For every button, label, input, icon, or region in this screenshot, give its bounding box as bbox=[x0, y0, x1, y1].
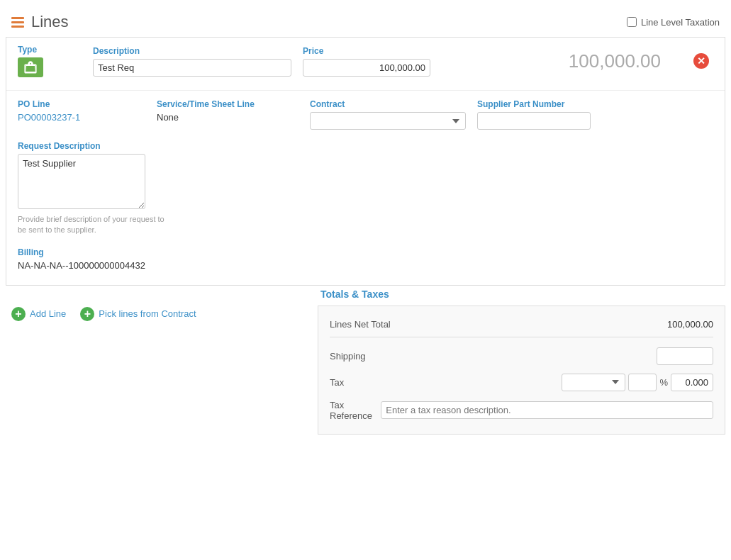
line-detail-grid: PO Line PO00003237-1 Service/Time Sheet … bbox=[18, 99, 713, 130]
price-label: Price bbox=[303, 46, 430, 56]
bottom-area: + Add Line + Pick lines from Contract To… bbox=[0, 289, 731, 435]
lines-section: Type Description bbox=[6, 37, 725, 286]
totals-box: Lines Net Total 100,000.00 Shipping Tax bbox=[318, 306, 725, 435]
type-icon bbox=[18, 57, 43, 77]
type-label: Type bbox=[18, 45, 82, 55]
totals-section: Totals & Taxes Lines Net Total 100,000.0… bbox=[318, 289, 725, 435]
add-line-label: Add Line bbox=[30, 308, 66, 319]
billing-label: Billing bbox=[18, 247, 713, 257]
lines-net-total-value: 100,000.00 bbox=[667, 319, 713, 330]
supplier-part-label: Supplier Part Number bbox=[477, 99, 713, 109]
lines-net-total-row: Lines Net Total 100,000.00 bbox=[330, 315, 713, 337]
close-column: ✕ bbox=[693, 53, 713, 69]
po-line-label: PO Line bbox=[18, 99, 145, 109]
type-column: Type bbox=[18, 45, 82, 77]
tax-reference-row: Tax Reference bbox=[330, 396, 713, 425]
request-description-label: Request Description bbox=[18, 141, 713, 151]
contract-select[interactable] bbox=[310, 112, 466, 130]
lines-header: Lines Line Level Taxation bbox=[0, 7, 731, 37]
service-time-value: None bbox=[157, 112, 298, 123]
shipping-input[interactable] bbox=[657, 347, 713, 365]
po-line-link[interactable]: PO00003237-1 bbox=[18, 112, 80, 123]
service-time-label: Service/Time Sheet Line bbox=[157, 99, 298, 109]
shipping-label: Shipping bbox=[330, 351, 366, 362]
price-column: Price bbox=[303, 46, 430, 77]
lines-net-total-label: Lines Net Total bbox=[330, 319, 391, 330]
add-line-icon: + bbox=[11, 307, 26, 321]
tax-reference-label: Tax Reference bbox=[330, 400, 381, 421]
description-input[interactable] bbox=[93, 59, 291, 77]
supplier-part-field: Supplier Part Number bbox=[477, 99, 713, 130]
request-description-hint: Provide brief description of your reques… bbox=[18, 214, 174, 236]
request-description-textarea[interactable]: Test Supplier bbox=[18, 154, 145, 209]
page-title: Lines bbox=[31, 13, 69, 31]
bottom-left: + Add Line + Pick lines from Contract bbox=[6, 289, 318, 435]
tax-select[interactable] bbox=[562, 374, 625, 391]
shipping-row: Shipping bbox=[330, 340, 713, 369]
billing-value: NA-NA-NA--100000000004432 bbox=[18, 260, 713, 271]
tax-number-input[interactable] bbox=[671, 374, 713, 391]
page-container: Lines Line Level Taxation Type bbox=[0, 0, 731, 560]
service-time-field: Service/Time Sheet Line None bbox=[157, 99, 298, 130]
contract-field: Contract bbox=[310, 99, 466, 130]
description-label: Description bbox=[93, 46, 291, 56]
line-level-taxation-group: Line Level Taxation bbox=[627, 17, 720, 28]
contract-label: Contract bbox=[310, 99, 466, 109]
pick-contract-icon: + bbox=[80, 307, 94, 321]
line-detail: PO Line PO00003237-1 Service/Time Sheet … bbox=[6, 91, 725, 285]
amount-value: 100,000.00 bbox=[569, 50, 661, 72]
add-line-button[interactable]: + Add Line bbox=[11, 307, 66, 321]
line-level-taxation-checkbox[interactable] bbox=[627, 17, 637, 27]
po-line-field: PO Line PO00003237-1 bbox=[18, 99, 145, 130]
remove-line-button[interactable]: ✕ bbox=[693, 53, 709, 69]
tax-label: Tax bbox=[330, 377, 344, 388]
line-item-top: Type Description bbox=[18, 45, 713, 77]
price-input[interactable] bbox=[303, 59, 430, 77]
tax-percent-input[interactable] bbox=[628, 374, 657, 391]
tax-input-group: % bbox=[562, 374, 713, 391]
tax-reference-input[interactable] bbox=[381, 401, 713, 419]
billing-section: Billing NA-NA-NA--100000000004432 bbox=[18, 247, 713, 271]
supplier-part-input[interactable] bbox=[477, 112, 591, 130]
line-level-taxation-label: Line Level Taxation bbox=[641, 17, 720, 28]
tax-percent-symbol: % bbox=[659, 377, 668, 388]
tax-row: Tax % bbox=[330, 369, 713, 396]
pick-contract-button[interactable]: + Pick lines from Contract bbox=[80, 307, 196, 321]
description-column: Description bbox=[93, 46, 291, 77]
amount-display: 100,000.00 bbox=[442, 50, 682, 72]
request-description-section: Request Description Test Supplier Provid… bbox=[18, 141, 713, 236]
pick-contract-label: Pick lines from Contract bbox=[99, 308, 196, 319]
line-item: Type Description bbox=[6, 38, 725, 91]
totals-title: Totals & Taxes bbox=[318, 289, 725, 300]
hamburger-icon[interactable] bbox=[11, 17, 24, 28]
lines-title-group: Lines bbox=[11, 13, 69, 31]
